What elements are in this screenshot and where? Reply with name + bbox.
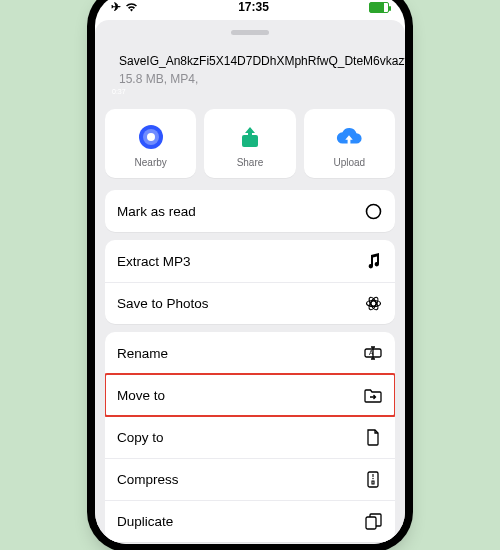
file-header: 0:37 SaveIG_An8kzFi5X14D7DDhXMphRfwQ_Dte… — [105, 45, 395, 109]
circle-icon — [363, 201, 383, 221]
copy-to-label: Copy to — [117, 430, 164, 445]
share-icon — [236, 123, 264, 151]
photos-icon — [363, 294, 383, 314]
file-meta: 15.8 MB, MP4, — [119, 72, 405, 88]
move-to-label: Move to — [117, 388, 165, 403]
folder-arrow-icon — [363, 386, 383, 406]
upload-label: Upload — [333, 157, 365, 168]
nearby-label: Nearby — [135, 157, 167, 168]
svg-rect-13 — [366, 517, 376, 529]
save-to-photos-row[interactable]: Save to Photos — [105, 282, 395, 324]
svg-point-12 — [372, 478, 373, 479]
nearby-icon — [137, 123, 165, 151]
upload-button[interactable]: Upload — [304, 109, 395, 178]
cloud-upload-icon — [335, 123, 363, 151]
airplane-icon: ✈ — [111, 0, 121, 14]
extract-mp3-label: Extract MP3 — [117, 254, 191, 269]
compress-label: Compress — [117, 472, 179, 487]
wifi-icon — [125, 2, 138, 12]
document-icon — [363, 428, 383, 448]
action-sheet: 0:37 SaveIG_An8kzFi5X14D7DDhXMphRfwQ_Dte… — [95, 20, 405, 544]
mark-as-read-row[interactable]: Mark as read — [105, 190, 395, 232]
save-to-photos-label: Save to Photos — [117, 296, 209, 311]
rename-row[interactable]: Rename A — [105, 332, 395, 374]
extract-mp3-row[interactable]: Extract MP3 — [105, 240, 395, 282]
nearby-button[interactable]: Nearby — [105, 109, 196, 178]
compress-icon — [363, 470, 383, 490]
duplicate-label: Duplicate — [117, 514, 173, 529]
duplicate-row[interactable]: Duplicate — [105, 500, 395, 542]
move-to-row[interactable]: Move to — [105, 374, 395, 416]
duplicate-icon — [363, 512, 383, 532]
copy-to-row[interactable]: Copy to — [105, 416, 395, 458]
svg-text:A: A — [369, 349, 374, 356]
mark-as-read-label: Mark as read — [117, 204, 196, 219]
battery-icon — [369, 2, 389, 13]
video-duration: 0:37 — [112, 88, 126, 95]
rename-label: Rename — [117, 346, 168, 361]
music-note-icon — [363, 251, 383, 271]
file-name: SaveIG_An8kzFi5X14D7DDhXMphRfwQ_DteM6vka… — [119, 54, 405, 70]
share-button[interactable]: Share — [204, 109, 295, 178]
grabber[interactable] — [231, 30, 269, 35]
svg-point-2 — [147, 133, 155, 141]
svg-point-4 — [366, 204, 380, 218]
share-label: Share — [237, 157, 264, 168]
clock: 17:35 — [238, 0, 269, 14]
rename-icon: A — [363, 343, 383, 363]
compress-row[interactable]: Compress — [105, 458, 395, 500]
status-bar: ✈ 17:35 — [95, 0, 405, 20]
